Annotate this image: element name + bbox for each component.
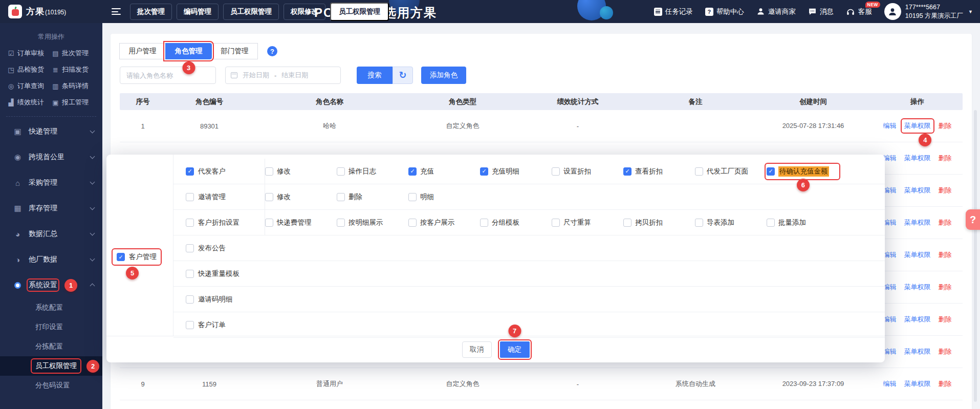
delete-link[interactable]: 删除 <box>939 347 952 356</box>
quick-op-item[interactable]: ▥ 条码详情 <box>52 81 96 91</box>
cancel-button[interactable]: 取消 <box>462 341 492 358</box>
edit-link[interactable]: 编辑 <box>883 218 897 227</box>
help-center-button[interactable]: ? 帮助中心 <box>705 7 744 16</box>
edit-link[interactable]: 编辑 <box>883 347 897 356</box>
sub-permission-checkbox[interactable] <box>480 167 488 176</box>
sub-permission-checkbox[interactable] <box>623 167 631 176</box>
sub-permission-checkbox[interactable] <box>695 167 703 176</box>
sidebar-submenu-item[interactable]: 员工权限管理 2 <box>0 356 102 376</box>
permission-checkbox[interactable] <box>186 193 194 201</box>
quick-op-item[interactable]: ◳ 品检验货 <box>7 65 52 74</box>
header-nav-tab[interactable]: 批次管理 <box>130 4 172 20</box>
menu-permission-link[interactable]: 菜单权限 <box>904 315 931 324</box>
sub-permission-checkbox[interactable] <box>552 219 560 227</box>
permission-checkbox[interactable] <box>186 270 194 278</box>
sidebar-submenu-item[interactable]: 打印设置 <box>0 317 102 337</box>
sidebar-menu-item[interactable]: ⌂ 采购管理 <box>0 170 102 196</box>
search-button[interactable]: 搜索 <box>357 67 393 84</box>
sidebar-submenu-item[interactable]: 分拣配置 <box>0 337 102 356</box>
menu-permission-link[interactable]: 菜单权限 <box>904 186 931 195</box>
permission-checkbox[interactable] <box>186 219 194 227</box>
sidebar-menu-item[interactable]: ◑ 他厂数据 <box>0 247 102 272</box>
edit-link[interactable]: 编辑 <box>883 186 897 195</box>
sidebar-menu-item[interactable]: ◉ 跨境首公里 <box>0 144 102 170</box>
refresh-button[interactable]: ↻ <box>393 67 413 84</box>
help-icon[interactable]: ? <box>267 46 277 56</box>
edit-link[interactable]: 编辑 <box>883 154 897 163</box>
sub-permission-checkbox[interactable] <box>767 167 775 176</box>
sub-permission-checkbox[interactable] <box>552 167 560 176</box>
quick-op-item[interactable]: ▣ 报工管理 <box>52 98 96 107</box>
table-scrollbar[interactable] <box>974 110 977 402</box>
delete-link[interactable]: 删除 <box>939 218 952 227</box>
sub-permission-checkbox[interactable] <box>408 193 417 201</box>
invite-merchant-button[interactable]: 邀请商家 <box>756 7 796 16</box>
menu-permission-link[interactable]: 菜单权限 <box>904 379 931 389</box>
sub-permission-checkbox[interactable] <box>623 219 631 227</box>
menu-permission-link[interactable]: 菜单权限 <box>904 250 931 260</box>
sidebar-submenu-item[interactable]: 分包码设置 <box>0 376 102 395</box>
user-account-menu[interactable]: 177****5667 10195 方果演示工厂 ▼ <box>884 3 973 20</box>
task-records-button[interactable]: 任务记录 <box>654 7 693 16</box>
sub-permission-checkbox[interactable] <box>408 167 417 176</box>
sub-permission-checkbox[interactable] <box>337 193 345 201</box>
quick-op-item[interactable]: ◎ 订单查询 <box>7 81 52 91</box>
sub-permission-checkbox[interactable] <box>767 219 775 227</box>
confirm-button[interactable]: 确定 <box>500 341 530 358</box>
menu-permission-link[interactable]: 菜单权限 <box>904 218 931 227</box>
sub-permission-checkbox[interactable] <box>408 219 417 227</box>
customer-service-button[interactable]: 客服 NEW <box>846 7 872 16</box>
sidebar-menu-item[interactable]: ◕ 数据汇总 <box>0 221 102 247</box>
edit-link[interactable]: 编辑 <box>883 121 897 131</box>
sub-permission-checkbox[interactable] <box>265 193 273 201</box>
quick-op-item[interactable]: ≣ 扫描发货 <box>52 65 96 74</box>
sub-permission-checkbox[interactable] <box>337 167 345 176</box>
delete-link[interactable]: 删除 <box>939 250 952 260</box>
edit-link[interactable]: 编辑 <box>883 250 897 260</box>
date-range-picker[interactable]: 开始日期 - 结束日期 <box>225 67 341 84</box>
delete-link[interactable]: 删除 <box>939 379 952 389</box>
delete-link[interactable]: 删除 <box>939 283 952 292</box>
delete-link[interactable]: 删除 <box>939 121 952 131</box>
sidebar-menu-item[interactable]: ▣ 快递管理 <box>0 119 102 144</box>
menu-permission-link[interactable]: 菜单权限 <box>904 154 931 163</box>
permission-checkbox[interactable] <box>186 321 194 329</box>
menu-permission-link[interactable]: 菜单权限 <box>904 121 931 131</box>
customer-management-checkbox[interactable] <box>117 253 125 261</box>
content-tab[interactable]: 部门管理 <box>211 43 258 59</box>
menu-permission-link[interactable]: 菜单权限 <box>904 347 931 356</box>
permission-checkbox[interactable] <box>186 295 194 304</box>
edit-link[interactable]: 编辑 <box>883 379 897 389</box>
delete-link[interactable]: 删除 <box>939 186 952 195</box>
edit-link[interactable]: 编辑 <box>883 283 897 292</box>
permission-main: 客户折扣设置 <box>186 210 265 235</box>
edit-link[interactable]: 编辑 <box>883 315 897 324</box>
collapse-sidebar-icon[interactable] <box>112 8 121 15</box>
sub-permission-checkbox[interactable] <box>337 219 345 227</box>
floating-help-button[interactable]: ? <box>966 209 980 230</box>
delete-link[interactable]: 删除 <box>939 154 952 163</box>
sub-permission-checkbox[interactable] <box>480 219 488 227</box>
header-nav-tab[interactable]: 编码管理 <box>177 4 219 20</box>
menu-permission-link[interactable]: 菜单权限 <box>904 283 931 292</box>
content-tab[interactable]: 用户管理 <box>119 43 166 59</box>
sub-permission-checkbox[interactable] <box>265 167 273 176</box>
content-tab[interactable]: 角色管理 3 <box>165 43 212 59</box>
sidebar-menu-item[interactable]: ▦ 库存管理 <box>0 196 102 221</box>
header-nav-tab[interactable]: 员工权限管理 <box>223 4 279 20</box>
sidebar-menu-item[interactable]: 系统设置 1 <box>0 272 102 298</box>
sidebar: 常用操作 ☑ 订单审核 ▤ 批次管理 ◳ 品检验货 ≣ 扫描发货 ◎ <box>0 23 102 409</box>
sub-permission-checkbox[interactable] <box>265 219 273 227</box>
permission-checkbox[interactable] <box>186 167 194 176</box>
quick-op-item[interactable]: ▟ 绩效统计 <box>7 98 52 107</box>
role-name-input[interactable] <box>120 67 216 84</box>
active-page-tab[interactable]: 员工权限管理 <box>330 3 389 21</box>
messages-button[interactable]: 消息 <box>808 7 834 16</box>
quick-op-item[interactable]: ☑ 订单审核 <box>7 49 52 58</box>
delete-link[interactable]: 删除 <box>939 315 952 324</box>
permission-checkbox[interactable] <box>186 244 194 252</box>
sidebar-submenu-item[interactable]: 系统配置 <box>0 298 102 317</box>
quick-op-item[interactable]: ▤ 批次管理 <box>52 49 96 58</box>
add-role-button[interactable]: 添加角色 <box>421 67 466 84</box>
sub-permission-checkbox[interactable] <box>695 219 703 227</box>
